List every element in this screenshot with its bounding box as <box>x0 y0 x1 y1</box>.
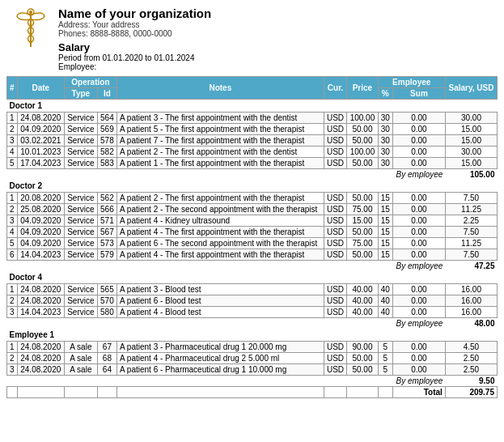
subtotal-value: 105.00 <box>445 169 497 181</box>
group-header-row: Doctor 1 <box>7 100 498 113</box>
col-emp-pct: % <box>378 88 392 100</box>
col-operation: Operation <box>64 77 116 88</box>
org-phones: Phones: 8888-8888, 0000-0000 <box>58 29 498 38</box>
report-title: Salary <box>58 41 498 53</box>
org-logo <box>6 6 55 51</box>
org-name: Name of your organization <box>58 6 498 20</box>
org-info: Name of your organization Address: Your … <box>55 6 498 71</box>
subtotal-row: By employee105.00 <box>7 169 498 181</box>
subtotal-value: 48.00 <box>445 318 497 329</box>
col-op-id: Id <box>97 88 116 100</box>
table-row: 225.08.2020Service566A patient 2 - The s… <box>7 204 498 215</box>
group-header-row: Employee 1 <box>7 329 498 342</box>
table-row: 504.09.2020Service573A patient 6 - The s… <box>7 238 498 249</box>
col-employee: Employee <box>378 77 445 88</box>
group-name: Doctor 4 <box>7 271 498 284</box>
col-op-type: Type <box>64 88 97 100</box>
table-row: 124.08.2020Service565A patient 3 - Blood… <box>7 284 498 295</box>
table-row: 304.09.2020Service571A patient 4 - Kidne… <box>7 215 498 227</box>
group-name: Employee 1 <box>7 329 498 342</box>
table-header-row1: # Date Operation Notes Cur. Price Employ… <box>7 77 498 88</box>
table-row: 204.09.2020Service569A patient 5 - The f… <box>7 124 498 135</box>
table-row: 314.04.2023Service580A patient 4 - Blood… <box>7 307 498 318</box>
col-cur: Cur. <box>324 77 347 100</box>
table-row: 303.02.2021Service578A patient 7 - The f… <box>7 135 498 147</box>
group-header-row: Doctor 4 <box>7 271 498 284</box>
subtotal-value: 9.50 <box>445 376 497 387</box>
subtotal-row: By employee48.00 <box>7 318 498 329</box>
table-row: 124.08.2020A sale67A patient 3 - Pharmac… <box>7 342 498 353</box>
table-row: 324.08.2020A sale64A patient 6 - Pharmac… <box>7 364 498 376</box>
table-row: 614.04.2023Service579A patient 4 - The f… <box>7 249 498 261</box>
table-row: 410.01.2023Service582A patient 2 - The f… <box>7 147 498 158</box>
report-period: Period from 01.01.2020 to 01.01.2024 <box>58 53 498 62</box>
report-employee: Employee: <box>58 62 498 71</box>
group-name: Doctor 2 <box>7 180 498 193</box>
col-date: Date <box>17 77 64 100</box>
org-address: Address: Your address <box>58 20 498 29</box>
total-value: 209.75 <box>445 387 497 398</box>
table-row: 224.08.2020A sale68A patient 4 - Pharmac… <box>7 353 498 364</box>
col-num: # <box>7 77 18 100</box>
table-row: 124.08.2020Service564A patient 3 - The f… <box>7 113 498 124</box>
subtotal-row: By employee47.25 <box>7 261 498 272</box>
subtotal-row: By employee9.50 <box>7 376 498 387</box>
table-row: 224.08.2020Service570A patient 6 - Blood… <box>7 295 498 307</box>
page-header: Name of your organization Address: Your … <box>6 6 498 71</box>
col-price: Price <box>347 77 378 100</box>
table-row: 404.09.2020Service567A patient 4 - The f… <box>7 227 498 238</box>
subtotal-value: 47.25 <box>445 261 497 272</box>
col-notes: Notes <box>116 77 324 100</box>
col-emp-sum: Sum <box>393 88 446 100</box>
salary-table: # Date Operation Notes Cur. Price Employ… <box>6 76 498 398</box>
table-row: 120.08.2020Service562A patient 2 - The f… <box>7 193 498 204</box>
group-header-row: Doctor 2 <box>7 180 498 193</box>
col-salary: Salary, USD <box>445 77 497 100</box>
total-row: Total209.75 <box>7 387 498 398</box>
svg-point-2 <box>29 11 32 14</box>
group-name: Doctor 1 <box>7 100 498 113</box>
table-row: 517.04.2023Service583A patient 1 - The f… <box>7 158 498 169</box>
